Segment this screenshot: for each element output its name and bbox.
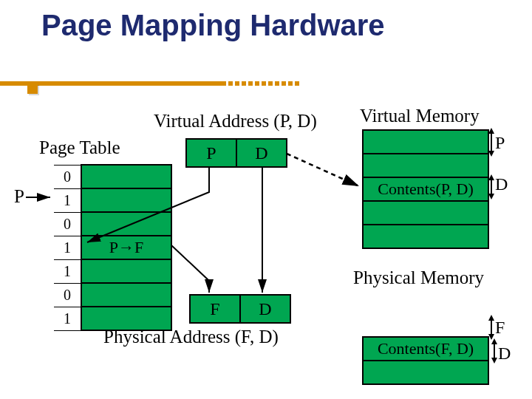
page-table-index: 0	[54, 165, 81, 188]
svg-marker-11	[488, 334, 494, 340]
physical-memory-stack: Contents(F, D)	[362, 336, 489, 385]
virtual-address-p-cell: P	[185, 138, 237, 168]
memory-row	[364, 361, 488, 383]
svg-marker-4	[488, 128, 494, 134]
page-table-index: 0	[54, 283, 81, 307]
physical-address-d-cell: D	[241, 294, 291, 324]
physical-memory-label: Physical Memory	[353, 267, 484, 288]
svg-marker-7	[488, 174, 494, 180]
memory-row-contents: Contents(P, D)	[364, 178, 488, 202]
svg-marker-13	[491, 338, 497, 344]
virtual-address-label: Virtual Address (P, D)	[154, 111, 317, 132]
page-table: 0 1 0 1P→F 1 0 1	[54, 164, 172, 331]
page-table-entry	[81, 165, 171, 188]
bullet-square-icon	[27, 83, 38, 94]
virtual-address-d-cell: D	[237, 138, 287, 168]
memory-row	[364, 202, 488, 225]
p-pointer-label: P	[14, 186, 24, 207]
page-table-index: 0	[54, 212, 81, 236]
vm-d-marker: D	[495, 174, 508, 194]
memory-row	[364, 225, 488, 248]
svg-marker-14	[491, 358, 497, 364]
memory-row	[364, 131, 488, 154]
svg-marker-8	[488, 194, 494, 200]
virtual-memory-label: Virtual Memory	[360, 106, 480, 126]
memory-row-contents: Contents(F, D)	[364, 338, 488, 361]
page-table-entry	[81, 212, 171, 236]
vm-p-marker: P	[495, 133, 505, 153]
diagram-stage: Page Mapping Hardware Virtual Address (P…	[0, 0, 532, 399]
svg-marker-10	[488, 315, 494, 321]
virtual-address-box: P D	[185, 138, 287, 168]
pm-d-marker: D	[498, 344, 511, 364]
physical-address-box: F D	[189, 294, 291, 324]
physical-address-f-cell: F	[189, 294, 241, 324]
pm-f-marker: F	[495, 318, 505, 338]
page-table-index: 1	[54, 259, 81, 283]
page-table-label: Page Table	[39, 137, 120, 158]
page-table-index: 1	[54, 307, 81, 330]
page-table-entry: P→F	[81, 236, 171, 259]
memory-row	[364, 154, 488, 178]
virtual-memory-stack: Contents(P, D)	[362, 129, 489, 249]
svg-line-2	[287, 154, 359, 186]
page-title: Page Mapping Hardware	[41, 9, 385, 42]
page-table-index: 1	[54, 188, 81, 212]
title-underline-dots	[222, 81, 299, 86]
physical-address-label: Physical Address (F, D)	[103, 327, 279, 347]
page-table-index: 1	[54, 236, 81, 259]
page-table-entry	[81, 283, 171, 307]
svg-marker-5	[488, 151, 494, 157]
page-table-entry	[81, 188, 171, 212]
page-table-entry	[81, 259, 171, 283]
